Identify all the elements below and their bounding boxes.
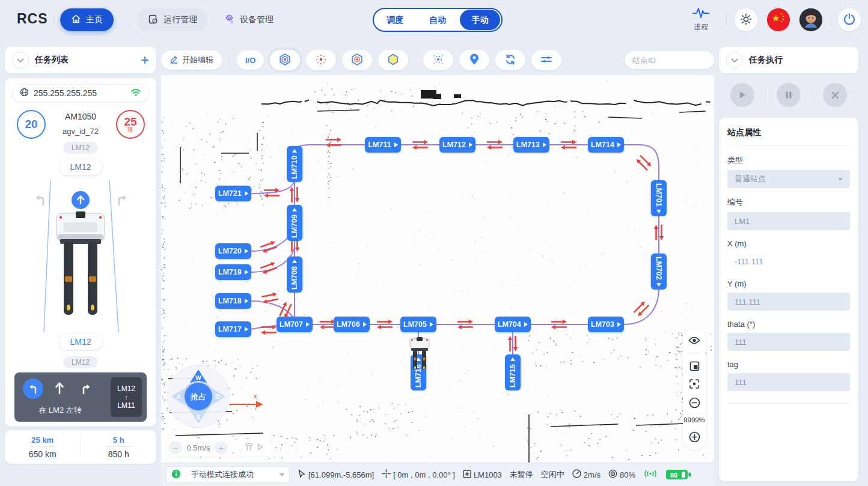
- path-direction-arrows: [261, 291, 279, 304]
- straight-arrow-icon: [49, 378, 70, 399]
- fork-control-button[interactable]: [234, 439, 273, 457]
- divider: [811, 87, 812, 103]
- map-canvas-area[interactable]: W A D S 抢占 x − 0.5m/s: [161, 75, 714, 463]
- field-label: tag: [727, 360, 850, 369]
- mode-message: 手动模式连接成功: [191, 469, 275, 480]
- station-direction-icon: [510, 357, 515, 361]
- station-node-LM705[interactable]: LM705: [400, 317, 436, 332]
- process-button[interactable]: 进程: [689, 6, 713, 32]
- station-node-LM708[interactable]: LM708: [287, 257, 302, 293]
- field-input[interactable]: -111.111: [727, 252, 850, 270]
- language-flag-button[interactable]: [767, 8, 790, 31]
- minimap-button[interactable]: [689, 361, 700, 371]
- station-node-LM702[interactable]: LM702: [651, 254, 667, 290]
- station-node-LM713[interactable]: LM713: [513, 137, 549, 153]
- zoom-out-button[interactable]: [689, 397, 700, 409]
- nav-run-mgmt-button[interactable]: 运行管理: [137, 8, 208, 31]
- tab-manual[interactable]: 手动: [460, 10, 500, 30]
- station-search-box: [625, 51, 714, 69]
- manual-joystick[interactable]: W A D S 抢占: [165, 363, 231, 431]
- filter-settings-button[interactable]: [531, 50, 561, 70]
- station-node-LM720[interactable]: LM720: [215, 243, 251, 259]
- path-direction-arrows: [260, 240, 278, 254]
- axis-x-label: x: [254, 392, 257, 399]
- trip-hours: 5 h: [105, 436, 132, 447]
- station-node-LM701[interactable]: LM701: [651, 180, 667, 216]
- start-edit-label: 开始编辑: [182, 55, 213, 65]
- station-label: LM707: [280, 320, 303, 329]
- tab-auto[interactable]: 自动: [418, 10, 458, 30]
- lidar-button[interactable]: [423, 50, 453, 70]
- collapse-task-exec-button[interactable]: [726, 52, 743, 68]
- station-node-LM714[interactable]: LM714: [588, 137, 624, 153]
- station-node-LM717[interactable]: LM717: [215, 321, 251, 337]
- station-node-LM719[interactable]: LM719: [215, 264, 251, 280]
- station-node-LM718[interactable]: LM718: [215, 293, 251, 309]
- station-label: LM705: [403, 320, 427, 329]
- path-direction-arrows: [632, 300, 650, 318]
- station-label: LM703: [591, 320, 614, 329]
- station-label: LM710: [290, 156, 299, 179]
- map-robot-marker[interactable]: [402, 335, 438, 374]
- current-station-chip[interactable]: LM12: [59, 334, 102, 350]
- agv-ip-field[interactable]: 255.255.255.255: [12, 84, 149, 102]
- layer-hex-target-button[interactable]: [342, 50, 372, 70]
- power-button[interactable]: [838, 8, 861, 31]
- radar-icon: [432, 53, 445, 68]
- map-column: 开始编辑 I/O: [161, 47, 714, 486]
- station-node-LM709[interactable]: LM709: [287, 205, 302, 241]
- task-pause-button[interactable]: [777, 83, 801, 107]
- station-node-LM721[interactable]: LM721: [215, 186, 251, 201]
- nav-home-button[interactable]: 主页: [60, 8, 114, 31]
- station-direction-icon: [292, 149, 297, 153]
- task-play-button[interactable]: [730, 83, 754, 107]
- layer-robot-button[interactable]: [270, 50, 300, 70]
- task-cancel-button[interactable]: [823, 83, 847, 107]
- visibility-eye-button[interactable]: [688, 336, 700, 345]
- nav-device-mgmt-button[interactable]: 设备管理: [213, 8, 284, 31]
- field-input[interactable]: LM1: [727, 212, 850, 230]
- mode-message-dropdown[interactable]: 手动模式连接成功: [166, 466, 290, 483]
- layer-points-button[interactable]: [306, 50, 336, 70]
- speed-decrease-button[interactable]: −: [169, 441, 182, 454]
- zoom-in-button[interactable]: [689, 431, 700, 443]
- station-label: LM717: [218, 325, 242, 333]
- rcs-app: RCS 主页 运行管理 设备管理 调度 自动 手动 进程: [0, 0, 868, 486]
- station-node-LM710[interactable]: LM710: [287, 146, 302, 182]
- route-from: LM12: [117, 384, 135, 393]
- total-distance: 650 km: [5, 449, 81, 459]
- nav-home-label: 主页: [86, 14, 103, 25]
- station-label: LM720: [218, 247, 242, 255]
- station-label: LM715: [509, 364, 517, 387]
- tab-dispatch[interactable]: 调度: [375, 10, 415, 30]
- user-avatar[interactable]: [799, 8, 822, 31]
- station-chip[interactable]: LM12: [59, 159, 102, 175]
- station-direction-icon: [394, 142, 398, 147]
- station-node-LM711[interactable]: LM711: [365, 137, 401, 153]
- field-select[interactable]: 普通站点: [727, 170, 850, 188]
- start-edit-button[interactable]: 开始编辑: [161, 50, 222, 70]
- station-node-LM712[interactable]: LM712: [439, 137, 475, 153]
- add-task-button[interactable]: +: [141, 54, 149, 66]
- station-node-LM707[interactable]: LM707: [277, 317, 313, 332]
- station-node-LM704[interactable]: LM704: [495, 317, 531, 332]
- collapse-task-list-button[interactable]: [12, 52, 29, 68]
- field-input[interactable]: 111: [727, 333, 850, 351]
- field-input[interactable]: 111: [727, 373, 850, 391]
- locate-button[interactable]: [459, 50, 489, 70]
- center-focus-button[interactable]: [689, 378, 700, 389]
- station-node-LM715[interactable]: LM715: [505, 354, 521, 390]
- refresh-button[interactable]: [495, 50, 525, 70]
- divider: [831, 14, 831, 26]
- field-input[interactable]: 111.111: [727, 293, 850, 311]
- home-icon: [71, 14, 81, 26]
- speed-increase-button[interactable]: +: [215, 441, 228, 454]
- station-node-LM706[interactable]: LM706: [334, 317, 370, 332]
- io-button[interactable]: I/O: [237, 50, 264, 70]
- theme-toggle-button[interactable]: [735, 8, 757, 31]
- field-value: -111.111: [735, 257, 763, 266]
- layer-area-button[interactable]: [378, 50, 408, 70]
- station-node-LM703[interactable]: LM703: [588, 317, 624, 332]
- task-exec-controls: [719, 78, 858, 112]
- mode-tab-group: 调度 自动 手动: [373, 8, 503, 32]
